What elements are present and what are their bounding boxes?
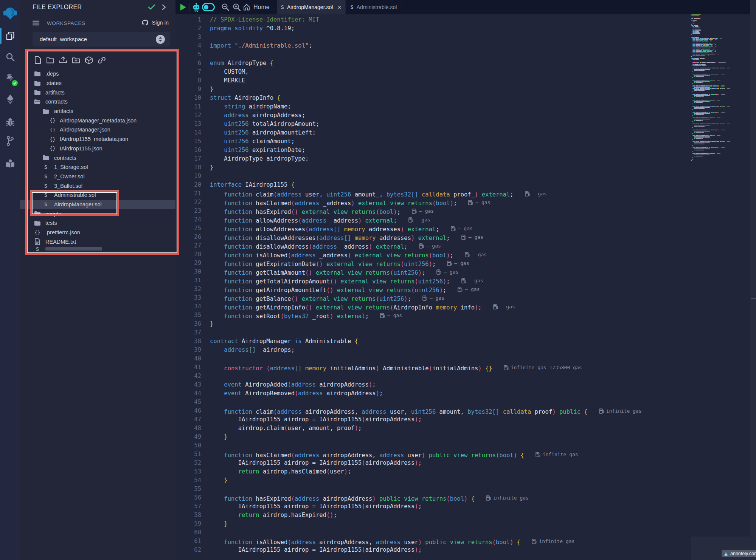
gas-estimate-ghost: – gas	[419, 241, 441, 250]
line-number: 53	[175, 467, 201, 476]
rail-debugger-icon[interactable]	[0, 113, 20, 131]
line-number: 38	[175, 337, 201, 346]
tree-item--prettierrc-json[interactable]: {}.prettierrc.json	[20, 228, 175, 237]
rail-remix-logo-icon[interactable]	[0, 5, 20, 22]
tree-item-tests[interactable]: tests	[20, 218, 175, 228]
indent-guide	[210, 268, 210, 276]
chevron-right-icon[interactable]	[161, 4, 166, 10]
cube-icon[interactable]	[85, 56, 93, 65]
scrollbar-mark	[751, 298, 756, 299]
code-line-59: 59 }	[175, 520, 691, 528]
rail-search-icon[interactable]	[0, 48, 20, 66]
minimap[interactable]	[691, 14, 750, 161]
tree-item--deps[interactable]: .deps	[20, 69, 175, 79]
scrollbar-track[interactable]	[750, 0, 756, 560]
line-number: 21	[175, 189, 201, 198]
line-number: 24	[175, 215, 201, 224]
tree-item-readme-txt[interactable]: README.txt	[20, 237, 175, 246]
tree-item--states[interactable]: .states	[20, 79, 175, 88]
tab-administrable-sol[interactable]: SAdministrable.sol	[346, 0, 402, 14]
gas-estimate-ghost: – gas	[493, 302, 515, 311]
rail-solidity-compiler-icon[interactable]	[0, 70, 20, 87]
indent-guide	[210, 407, 210, 415]
rail-deploy-run-icon[interactable]	[0, 91, 20, 108]
sign-in-button[interactable]: Sign in	[141, 19, 169, 26]
line-number: 36	[175, 320, 201, 328]
tree-item-scripts[interactable]: scripts	[20, 209, 175, 218]
code-line-20: 20interface IAirdrop1155 {	[175, 181, 691, 189]
folder-icon	[34, 70, 41, 77]
code-line-10: 10struct AirdropInfo {	[175, 94, 691, 102]
workspace-select[interactable]: default_workspace	[33, 32, 170, 46]
tree-item-label: IAirdrop1155.json	[60, 145, 102, 152]
code-line-37: 37	[175, 328, 691, 337]
rail-learneth-icon[interactable]	[0, 155, 20, 172]
zoom-out-button[interactable]	[221, 0, 230, 14]
line-number: 55	[175, 485, 201, 493]
rail-file-explorer-icon[interactable]	[0, 27, 20, 45]
upload-file-icon[interactable]	[59, 56, 67, 65]
line-number: 62	[175, 546, 201, 554]
tab-airdropmanager-sol[interactable]: SAirdropManager.sol✕	[277, 0, 346, 14]
ai-copilot-robot-icon[interactable]	[192, 0, 200, 14]
tree-item-2-owner-sol[interactable]: S2_Owner.sol	[20, 172, 175, 181]
tree-item-contracts[interactable]: contracts	[20, 97, 175, 107]
code-line-24: 24 function allowAddress(address _addres…	[175, 215, 691, 224]
code-line-40: 40	[175, 354, 691, 363]
line-number: 33	[175, 294, 201, 302]
tree-item-artifacts[interactable]: artifacts	[20, 107, 175, 116]
tree-item-airdropmanager-json[interactable]: {}AirdropManager.json	[20, 125, 175, 135]
code-line-56: 56 function hasExpired(address airdropAd…	[175, 493, 691, 502]
gas-estimate-ghost: – gas	[451, 224, 473, 233]
indent-guide	[210, 459, 210, 467]
gas-estimate-ghost: – gas	[461, 276, 483, 285]
code-line-28: 28 function isAllowed(address _address) …	[175, 250, 691, 259]
code-line-49: 49 }	[175, 433, 691, 441]
tree-item-3-ballot-sol[interactable]: S3_Ballot.sol	[20, 181, 175, 190]
code-line-52: 52 IAirdrop1155 airdrop = IAirdrop1155(a…	[175, 459, 691, 467]
code-line-21: 21 function claim(address user, uint256 …	[175, 189, 691, 198]
code-line-18: 18}	[175, 163, 691, 172]
tree-item-partial[interactable]: S	[20, 246, 175, 252]
tree-item-contracts[interactable]: contracts	[20, 153, 175, 162]
tree-item-artifacts[interactable]: artifacts	[20, 88, 175, 97]
link-icon[interactable]	[98, 56, 106, 65]
line-number: 31	[175, 276, 201, 285]
rail-source-control-icon[interactable]	[0, 132, 20, 150]
tree-item-1-storage-sol[interactable]: S1_Storage.sol	[20, 162, 175, 172]
code-line-62: 62 IAirdrop1155 airdrop = IAirdrop1155(a…	[175, 546, 691, 554]
gas-estimate-ghost: – gas	[412, 207, 434, 215]
workspace-sort-button[interactable]	[156, 35, 165, 44]
folder-icon	[34, 80, 41, 87]
run-script-button[interactable]	[179, 0, 187, 14]
partially-hidden-file	[45, 247, 102, 251]
tree-item-label: 1_Storage.sol	[54, 164, 88, 170]
indent-guide	[210, 250, 210, 259]
ai-copilot-toggle[interactable]	[202, 0, 215, 14]
solidity-file-icon: S	[351, 4, 354, 10]
line-number: 1	[175, 15, 201, 24]
tree-item-airdropmanager-sol[interactable]: SAirdropManager.sol	[20, 200, 175, 209]
close-tab-icon[interactable]: ✕	[337, 5, 342, 10]
tree-item-label: IAirdrop1155_metadata.json	[60, 136, 128, 142]
new-folder-icon[interactable]	[46, 56, 54, 65]
upload-folder-icon[interactable]	[72, 56, 80, 65]
new-file-icon[interactable]	[33, 56, 42, 65]
gas-estimate-ghost: – gas	[380, 311, 402, 320]
indent-guide	[210, 415, 210, 424]
tree-item-iairdrop1155-metadata-json[interactable]: {}IAirdrop1155_metadata.json	[20, 135, 175, 144]
line-number: 4	[175, 42, 201, 50]
tab-home[interactable]: Home	[243, 0, 278, 14]
code-line-9: 9}	[175, 85, 691, 94]
line-number: 37	[175, 328, 201, 337]
code-editor[interactable]: 1// SPDX-License-Identifier: MIT2pragma …	[175, 14, 691, 560]
tree-item-iairdrop1155-json[interactable]: {}IAirdrop1155.json	[20, 144, 175, 153]
zoom-in-button[interactable]	[232, 0, 241, 14]
tree-item-airdropmanager-metadata-json[interactable]: {}AirdropManager_metadata.json	[20, 116, 175, 125]
tree-item-label: tests	[45, 220, 57, 226]
tree-item-administrable-sol[interactable]: SAdministrable.sol	[20, 190, 175, 200]
sol-icon: S	[42, 192, 49, 198]
github-icon	[141, 19, 149, 26]
hamburger-menu-icon[interactable]	[32, 20, 40, 26]
line-number: 6	[175, 59, 201, 68]
